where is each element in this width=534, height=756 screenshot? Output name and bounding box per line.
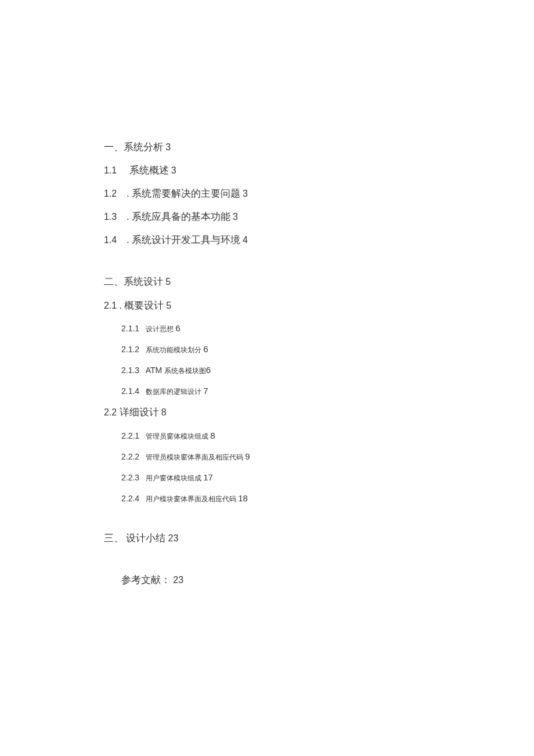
item-number: 2.1.1 (121, 324, 139, 333)
item-number: 1.4 (104, 235, 117, 245)
item-gap: . (117, 234, 132, 245)
item-text: 系统需要解决的主要问题 (129, 188, 240, 199)
page-number: 23 (168, 533, 179, 543)
item-text: 系统应具备的基本功能 (129, 211, 230, 222)
toc-item: 2.1 . 概要设计 5 (104, 299, 452, 312)
page-number: 23 (173, 575, 183, 585)
item-text: 用户模块窗体界面及相应代码 (146, 495, 236, 503)
page-number: 8 (161, 407, 167, 417)
item-number: 2.1 (104, 301, 117, 310)
page-number: 6 (203, 344, 208, 354)
item-text: . 概要设计 (117, 300, 164, 311)
toc-subitem: 2.1.3 ATM 系统各模块图6 (121, 364, 452, 376)
item-text: 系统功能模块划分 (146, 346, 201, 354)
toc-subitem: 2.2.1 管理员窗体模块组成 8 (121, 430, 452, 442)
item-text: 系统设计开发工具与环境 (132, 234, 240, 245)
toc-item: 2.2 详细设计 8 (104, 406, 452, 419)
page-number: 3 (165, 142, 171, 152)
page-number: 18 (238, 493, 248, 503)
page-number: 3 (243, 189, 248, 198)
page-number: 7 (203, 386, 208, 396)
toc-subitem: 2.2.2 管理员模块窗体界面及相应代码 9 (121, 451, 452, 462)
item-number: 2.1.4 (121, 386, 139, 396)
item-number: 1.3 (104, 212, 117, 222)
heading-text: 三、 设计小结 (104, 533, 165, 544)
toc-subitem: 2.1.2 系统功能模块划分 6 (121, 343, 452, 355)
toc-subitem: 2.1.4 数据库的逻辑设计 7 (121, 385, 452, 397)
item-number: 2.2.3 (121, 473, 139, 482)
item-text: 用户窗体模块组成 (146, 474, 201, 482)
page-number: 6 (206, 365, 211, 375)
toc-subitem: 2.2.4 用户模块窗体界面及相应代码 18 (121, 493, 452, 504)
section-1-heading: 一、系统分析 3 (104, 141, 452, 154)
item-text: 系统各模块图 (164, 367, 206, 375)
item-number: 2.2 (104, 407, 117, 417)
item-text: 详细设计 (117, 407, 158, 418)
item-text: 系统概述 (129, 165, 169, 176)
item-number: 2.1.3 (121, 366, 139, 375)
item-text-prefix: ATM (146, 366, 163, 375)
item-number: 2.2.1 (121, 431, 139, 440)
item-text: 管理员窗体模块组成 (146, 432, 208, 440)
page-number: 3 (233, 212, 238, 222)
page-number: 9 (245, 451, 250, 461)
page-number: 5 (166, 301, 171, 310)
toc-item: 1.2 . 系统需要解决的主要问题 3 (104, 187, 452, 200)
item-gap: . (117, 211, 129, 222)
page-number: 6 (175, 323, 180, 333)
heading-text: 参考文献： (121, 574, 171, 585)
heading-text: 一、系统分析 (104, 142, 163, 153)
toc-subitem: 2.1.1 设计思想 6 (121, 323, 452, 334)
item-number: 2.1.2 (121, 345, 139, 354)
heading-text: 二、系统设计 (104, 276, 163, 287)
item-gap (117, 165, 127, 176)
item-number: 1.1 (104, 165, 117, 175)
page-number: 5 (165, 277, 171, 287)
toc-item: 1.1 系统概述 3 (104, 164, 452, 177)
item-number: 2.2.4 (121, 494, 139, 503)
page-number: 8 (210, 431, 215, 440)
item-number: 1.2 (104, 189, 117, 198)
toc-content: 一、系统分析 3 1.1 系统概述 3 1.2 . 系统需要解决的主要问题 3 … (104, 141, 452, 597)
toc-item: 1.4 . 系统设计开发工具与环境 4 (104, 234, 452, 247)
item-text: 设计思想 (146, 325, 174, 333)
section-2-heading: 二、系统设计 5 (104, 276, 452, 288)
item-number: 2.2.2 (121, 452, 139, 461)
references-heading: 参考文献： 23 (121, 574, 452, 587)
page-number: 17 (203, 472, 213, 482)
toc-item: 1.3 . 系统应具备的基本功能 3 (104, 211, 452, 223)
item-gap: . (117, 188, 129, 199)
page-number: 4 (243, 235, 248, 245)
page-number: 3 (171, 165, 176, 175)
section-3-heading: 三、 设计小结 23 (104, 532, 452, 545)
toc-subitem: 2.2.3 用户窗体模块组成 17 (121, 472, 452, 483)
item-text: 管理员模块窗体界面及相应代码 (146, 453, 243, 461)
item-text: 数据库的逻辑设计 (146, 388, 201, 396)
